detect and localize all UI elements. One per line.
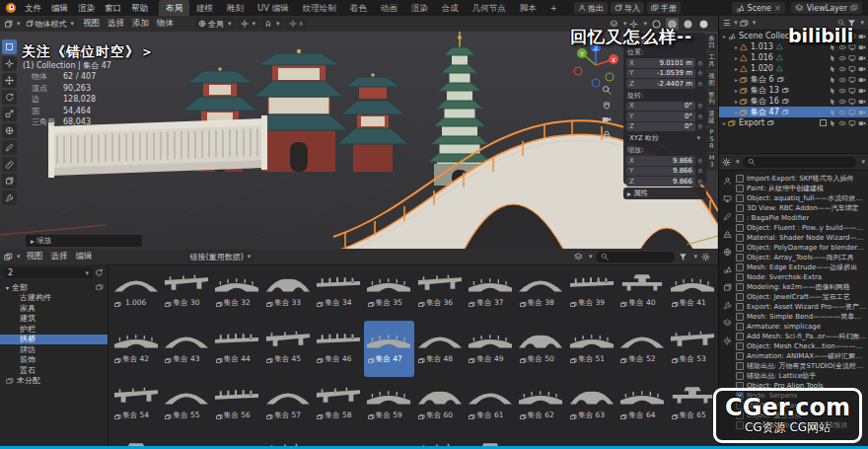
workspace-tab[interactable]: 着色 [343, 0, 374, 16]
asset-item[interactable]: 集合 63 [566, 377, 616, 433]
scale-field-z[interactable]: Z9.866 [626, 177, 695, 187]
viewport-disable-icon[interactable] [848, 98, 856, 106]
render-disable-icon[interactable] [858, 54, 866, 62]
prefs-nav-person-icon[interactable] [723, 177, 732, 186]
asset-item[interactable]: 集合 48 [414, 321, 465, 377]
redo-panel-collapsed[interactable]: ▸ 缩放 [26, 235, 142, 247]
rotation-field-z[interactable]: Z0° [626, 122, 695, 132]
scene-selector[interactable]: Scene × [732, 2, 785, 14]
menu-文件[interactable]: 文件 [20, 0, 46, 16]
addon-row[interactable]: 辅助出品: Lattice助手 [736, 371, 867, 381]
prefs-nav-globe-icon[interactable] [723, 248, 732, 257]
workspace-tab[interactable]: 建模 [189, 0, 220, 16]
catalog-牌坊[interactable]: 牌坊 [0, 344, 108, 355]
asset-item[interactable]: 集合 35 [364, 264, 414, 321]
outliner-row[interactable]: ▸集合 16 [719, 96, 868, 107]
snap-dropdown[interactable]: ▾ [261, 18, 283, 30]
shading-rendered-icon[interactable] [697, 18, 710, 31]
asset-editor-icon[interactable] [4, 253, 13, 262]
viewport-disable-icon[interactable] [848, 65, 856, 73]
location-field-x[interactable]: X9.0101 m [626, 58, 695, 68]
tool-measure[interactable] [2, 157, 17, 172]
addon-checkbox[interactable] [736, 372, 744, 380]
outliner-row[interactable]: ▸1.016 [719, 52, 868, 63]
pan-hand-icon[interactable] [602, 100, 612, 110]
mode-dropdown[interactable]: 物体模式▾ [23, 18, 78, 30]
asset-item[interactable]: 集合 43 [161, 321, 211, 377]
asset-item[interactable]: 集合 51 [566, 321, 616, 377]
gear-icon[interactable] [701, 253, 710, 262]
asset-item[interactable]: 集合 38 [516, 264, 566, 321]
pivot-dropdown[interactable]: ▾ [238, 18, 259, 30]
addon-checkbox[interactable] [736, 352, 744, 360]
select-cursor-icon[interactable] [829, 76, 836, 84]
addon-row[interactable]: Export: Asset Wizard Pro——资产向导专业.. [736, 302, 867, 312]
addon-row[interactable]: Object: aquatiq_full——水流特效预设 [736, 193, 867, 203]
workspace-tab[interactable]: UV 编辑 [251, 0, 296, 16]
catalog-置石[interactable]: 置石 [0, 365, 108, 376]
catalog-古建构件[interactable]: 古建构件 [0, 293, 108, 304]
menu-编辑[interactable]: 编辑 [46, 0, 73, 16]
editor-type-icon[interactable] [4, 20, 13, 29]
menu-帮助[interactable]: 帮助 [126, 0, 153, 16]
asset-item[interactable]: 集合 57 [262, 377, 313, 433]
sidebar-tab-5[interactable]: 速建 [706, 109, 717, 126]
outliner-display-mode-icon[interactable]: ☰ [723, 19, 730, 28]
lock-icon[interactable] [697, 60, 703, 66]
rotation-field-x[interactable]: X0° [626, 102, 695, 112]
asset-item[interactable]: 集合 64 [616, 377, 667, 433]
workspace-tab[interactable]: 合成 [435, 0, 466, 16]
viewport-menu-添加[interactable]: 添加 [128, 18, 153, 30]
asset-item[interactable]: 集合 47 [364, 321, 414, 377]
catalog-装饰[interactable]: 装饰 [0, 355, 108, 366]
workspace-tab[interactable]: 渲染 [404, 0, 435, 16]
tool-extra[interactable] [2, 190, 17, 205]
lock-icon[interactable] [697, 158, 703, 164]
render-disable-icon[interactable] [858, 76, 866, 84]
prefs-nav-pgrid-icon[interactable] [723, 230, 732, 239]
addon-row[interactable]: : BagaPie Modifier [736, 213, 867, 223]
addon-checkbox[interactable] [736, 244, 744, 252]
addon-row[interactable]: Modeling: ke2m——图像到网格 [736, 282, 867, 292]
addon-row[interactable]: Paint: 从纹理中创建建模 [736, 184, 867, 193]
outliner-row[interactable]: ▸集合 47 [719, 107, 868, 117]
addon-row[interactable]: Mesh: Edge Extrude——边缘挤出 [736, 262, 867, 272]
select-cursor-icon[interactable] [829, 54, 836, 62]
addon-row[interactable]: 辅助出品: 万物有灵STUDIO(全流程资产管.. [736, 361, 867, 371]
sidebar-tab-6[interactable]: PSR [706, 127, 717, 152]
tool-rotate[interactable] [2, 90, 17, 105]
select-cursor-icon[interactable] [829, 98, 836, 106]
viewport-disable-icon[interactable] [848, 76, 856, 84]
addon-row[interactable]: Object: Fluent : Pow..y build——硬表面建模 [736, 223, 867, 233]
addon-row[interactable]: Object: Array_Tools——阵列工具 [736, 253, 867, 262]
scale-field-y[interactable]: Y9.866 [626, 167, 695, 177]
viewport-menu-物体[interactable]: 物体 [153, 18, 178, 30]
asset-item[interactable]: 集合 59 [364, 377, 414, 433]
workspace-tab[interactable]: 几何节点 [466, 0, 513, 16]
rotation-mode-dropdown[interactable]: XYZ 欧拉▾ [626, 133, 703, 143]
location-field-z[interactable]: Z-2.4407 m [626, 79, 695, 89]
addon-row[interactable]: Material: Shader Node Wizard——着色器.. [736, 233, 867, 243]
viewport-menu-选择[interactable]: 选择 [104, 18, 128, 30]
asset-item[interactable]: 集合 33 [262, 264, 313, 321]
addon-row[interactable]: 3D View: RBC Addon——汽车绑定 [736, 203, 867, 213]
prefs-nav-scene-icon[interactable] [723, 265, 732, 274]
outliner-row[interactable]: ▸集合 13 [719, 85, 868, 96]
scene-unlink-icon[interactable]: × [774, 4, 781, 13]
render-disable-icon[interactable] [858, 87, 866, 95]
scale-field-x[interactable]: X9.866 [626, 156, 695, 166]
addon-checkbox[interactable] [736, 204, 744, 212]
asset-item[interactable]: 集合 60 [414, 377, 465, 433]
display-size-icon[interactable] [574, 253, 583, 262]
addon-checkbox[interactable] [736, 293, 744, 301]
addon-row[interactable]: Object: JewelCraft——宝石工艺 [736, 292, 867, 302]
select-cursor-icon[interactable] [829, 119, 836, 127]
sidebar-tab-3[interactable]: 视图 [706, 71, 717, 89]
lock-icon[interactable] [697, 70, 703, 76]
quick-button[interactable]: 推出 [574, 2, 608, 14]
lock-icon[interactable] [697, 123, 703, 129]
tool-scale[interactable] [2, 107, 17, 121]
render-disable-icon[interactable] [858, 65, 866, 73]
outliner-row[interactable]: ▸1.020 [719, 63, 868, 74]
asset-item[interactable]: 集合 36 [414, 264, 465, 321]
